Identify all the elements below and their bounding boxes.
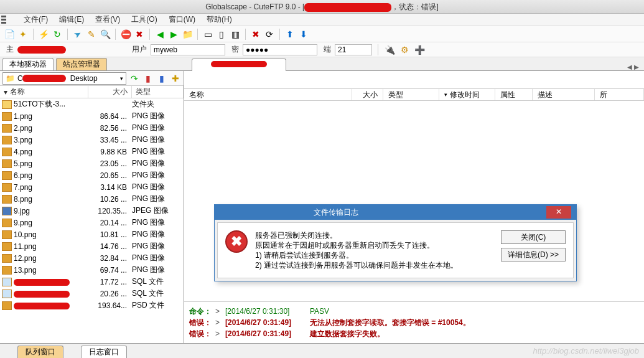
path-text: Desktop [70,74,98,83]
folder-icon[interactable]: 📁 [182,29,193,40]
col-type[interactable]: 类型 [132,86,184,98]
file-size: 33.45 ... [88,136,132,144]
file-name: 6.png [14,171,88,180]
remote-tab[interactable] [192,59,286,71]
rcol-size[interactable]: 大小 [352,89,383,100]
layout2-icon[interactable]: ▯ [216,29,227,40]
log-err-label2: 错误： [189,328,212,339]
delete-icon[interactable]: ✖ [250,29,261,40]
quickconnect-icon[interactable]: 🔌 [384,44,395,55]
file-row[interactable]: 4.png9.88 KBPNG 图像 [0,146,184,158]
redacted-host-field [17,46,66,54]
file-row[interactable]: 3.png33.45 ...PNG 图像 [0,134,184,146]
tab-log[interactable]: 日志窗口 [81,346,127,358]
reconnect-icon[interactable]: ↻ [52,29,63,40]
new-folder-icon[interactable]: ✚ [170,73,181,84]
user-label: 用户 [132,44,147,55]
file-type: PNG 图像 [132,123,184,133]
menu-tools[interactable]: 工具(O) [131,14,157,25]
rcol-attr[interactable]: 属性 [495,89,533,100]
file-row[interactable]: 20.26 ...SQL 文件 [0,288,184,299]
file-size: 193.64... [88,301,132,310]
fwd-icon[interactable]: ▶ [168,29,179,40]
file-row[interactable]: 2.png82.56 ...PNG 图像 [0,122,184,134]
back-icon[interactable]: ◀ [154,29,166,40]
app-icon[interactable] [1,14,9,25]
wizard-icon[interactable]: ✦ [17,29,29,40]
rcol-type[interactable]: 类型 [383,89,439,100]
host-label: 主 [6,44,14,55]
file-row[interactable]: 1.png86.64 ...PNG 图像 [0,110,184,122]
edit-icon[interactable]: 🔍 [100,29,111,40]
layout3-icon[interactable]: ▥ [230,29,241,40]
file-row[interactable]: 9.png20.14 ...PNG 图像 [0,217,184,228]
close-button[interactable]: 关闭(C) [501,230,566,244]
path-combo[interactable]: 📁 C Desktop ▾ [2,72,126,85]
dialog-titlebar[interactable]: 文件传输日志 ✕ [215,205,576,220]
file-row[interactable]: 5.png23.05 ...PNG 图像 [0,158,184,169]
dialog-transfer-log: 文件传输日志 ✕ ✖ 服务器已强制关闭连接。 原因通常在于因超时或服务器重新启动… [214,204,577,281]
file-name: 10.png [14,230,88,239]
chevron-down-icon[interactable]: ▾ [120,75,123,82]
book-red-icon[interactable]: ▮ [142,73,154,84]
book-blue-icon[interactable]: ▮ [156,73,167,84]
menu-help[interactable]: 帮助(H) [207,14,232,25]
layout1-icon[interactable]: ▭ [202,29,213,40]
rcol-desc[interactable]: 描述 [533,89,595,100]
wand-icon[interactable]: ✎ [86,29,97,40]
file-name: 9.png [14,219,88,227]
rcol-mod[interactable]: ▾修改时间 [439,89,495,100]
tab-scroll-icon[interactable]: ◀ ▶ [627,64,639,70]
dialog-title: 文件传输日志 [314,207,358,218]
file-row[interactable]: 8.png10.26 ...PNG 图像 [0,193,184,205]
up-folder-icon[interactable]: ↷ [129,73,140,84]
file-name: 8.png [14,195,88,204]
stop-icon[interactable]: ⛔ [120,29,131,40]
menu-edit[interactable]: 编辑(E) [59,14,84,25]
settings-icon[interactable]: ⚙ [399,44,410,55]
refresh-icon[interactable]: ⟳ [264,29,275,40]
file-icon [2,207,12,215]
file-icon [2,301,12,310]
menu-file[interactable]: 文件(F) [24,14,48,25]
file-name: 12.png [14,254,88,263]
col-name[interactable]: ▾名称 [0,86,88,98]
port-input[interactable] [335,44,372,55]
file-row[interactable]: 10.png10.81 ...PNG 图像 [0,228,184,240]
file-name: 51CTO下载-3... [14,99,88,110]
download-icon[interactable]: ⬇ [298,29,309,40]
file-row[interactable]: 13.png69.74 ...PNG 图像 [0,264,184,276]
upload-icon[interactable]: ⬆ [284,29,296,40]
local-file-list[interactable]: 51CTO下载-3...文件夹1.png86.64 ...PNG 图像2.png… [0,98,184,343]
file-row[interactable]: 193.64...PSD 文件 [0,299,184,311]
tab-queue[interactable]: 队列窗口 [17,346,63,358]
col-size[interactable]: 大小 [88,86,132,98]
file-name [14,290,88,298]
file-row[interactable]: 11.png14.76 ...PNG 图像 [0,240,184,252]
file-row[interactable]: 17.72 ...SQL 文件 [0,276,184,288]
file-row[interactable]: 6.png20.65 ...PNG 图像 [0,169,184,181]
menu-view[interactable]: 查看(V) [95,14,120,25]
path-bar: 📁 C Desktop ▾ ↷ ▮ ▮ ✚ [0,71,184,86]
file-row[interactable]: 7.png3.14 KBPNG 图像 [0,181,184,193]
rcol-owner[interactable]: 所 [595,89,644,100]
file-type: PNG 图像 [132,134,184,145]
file-size: 20.14 ... [88,219,132,227]
menu-window[interactable]: 窗口(W) [169,14,195,25]
new-icon[interactable]: 📄 [4,29,15,40]
connect-icon[interactable]: ⚡ [38,29,49,40]
file-row[interactable]: 9.jpg120.35...JPEG 图像 [0,205,184,217]
tab-local-drive[interactable]: 本地驱动器 [2,58,54,70]
close-icon[interactable]: ✕ [546,206,571,219]
cancel-icon[interactable]: ✖ [134,29,145,40]
rcol-name[interactable]: 名称 [184,89,352,100]
titlebar: Globalscape - CuteFTP 9.0 - [，状态：错误] [0,0,644,14]
toggle-arrow-icon[interactable]: ➤ [70,26,86,42]
file-row[interactable]: 51CTO下载-3...文件夹 [0,98,184,110]
tab-site-manager[interactable]: 站点管理器 [56,58,107,70]
file-row[interactable]: 12.png32.84 ...PNG 图像 [0,252,184,264]
pass-input[interactable] [243,44,317,55]
bookmark-icon[interactable]: ➕ [414,44,425,55]
details-button[interactable]: 详细信息(D) >> [501,248,566,261]
user-input[interactable] [151,44,225,55]
